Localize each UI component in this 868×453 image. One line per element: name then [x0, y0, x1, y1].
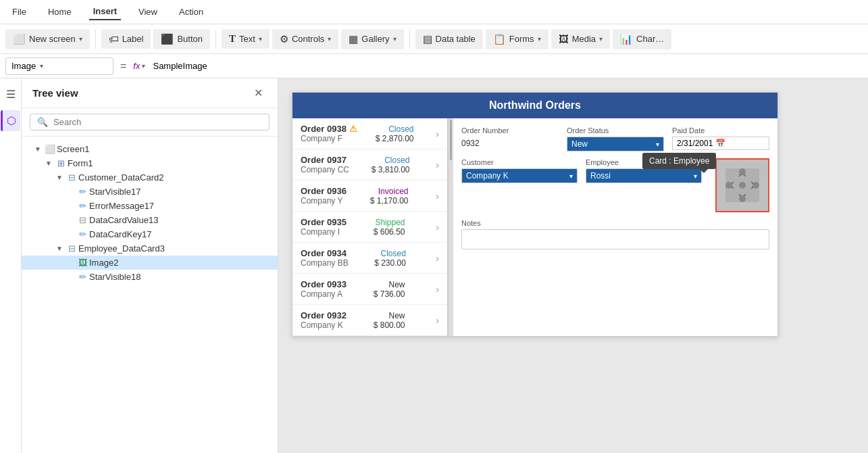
forms-button[interactable]: 📋 Forms ▾ — [486, 29, 548, 49]
order-item-0934[interactable]: Order 0934 Company BB Closed $ 230.00 › — [292, 243, 447, 274]
label-icon: 🏷 — [109, 33, 119, 45]
formula-input[interactable] — [149, 59, 863, 72]
order-num-0932: Order 0932 — [301, 310, 347, 320]
label-button[interactable]: 🏷 Label — [101, 29, 151, 49]
tree-item-starvisible17[interactable]: ✏ StarVisible17 — [22, 185, 278, 199]
order-chevron-0937: › — [436, 160, 439, 170]
tree-toggle-screen1[interactable]: ▼ — [32, 145, 43, 153]
order-left-0938: Order 0938 ⚠ Company F — [301, 124, 357, 143]
tree-toggle-employee-card[interactable]: ▼ — [54, 245, 65, 252]
formula-equals: = — [118, 60, 129, 72]
order-item-0935[interactable]: Order 0935 Company I Shipped $ 606.50 › — [292, 212, 447, 243]
formula-selector[interactable]: Image ▾ — [5, 57, 113, 75]
tree-label-customer-datacard2: Customer_DataCard2 — [78, 172, 163, 183]
text-button[interactable]: T Text ▾ — [222, 29, 270, 49]
menu-insert[interactable]: Insert — [89, 3, 121, 20]
canvas-area[interactable]: Northwind Orders Order 0938 ⚠ — [278, 78, 868, 453]
employee-image-container: Card : Employee — [710, 158, 769, 212]
notes-input[interactable] — [461, 229, 769, 249]
tree-item-screen1[interactable]: ▼ ⬜ Screen1 — [22, 142, 278, 156]
order-company-0932: Company K — [301, 320, 347, 330]
employee-value: Rossi — [590, 171, 611, 181]
tree-item-datacardkey17[interactable]: ✏ DataCardKey17 — [22, 227, 278, 241]
tree-label-screen1: Screen1 — [57, 144, 89, 154]
tree-panel: Tree view ✕ 🔍 ▼ ⬜ Screen1 ▼ ⊞ — [22, 78, 278, 453]
order-item-0937[interactable]: Order 0937 Company CC Closed $ 3,810.00 … — [292, 149, 447, 181]
order-amount-0933: $ 736.00 — [374, 289, 405, 299]
menu-bar: File Home Insert View Action — [0, 0, 868, 24]
tree-close-button[interactable]: ✕ — [250, 85, 267, 101]
svg-point-5 — [739, 182, 746, 189]
new-screen-button[interactable]: ⬜ New screen ▾ — [5, 29, 90, 49]
toolbar-sep-3 — [409, 30, 410, 49]
hamburger-button[interactable]: ☰ — [2, 84, 20, 105]
order-status-0933: New — [388, 280, 405, 289]
menu-file[interactable]: File — [8, 4, 30, 20]
tree-item-starvisible18[interactable]: ✏ StarVisible18 — [22, 270, 278, 284]
order-status-label: Order Status — [567, 126, 664, 135]
order-company-0935: Company I — [301, 227, 347, 237]
order-detail: Order Number 0932 Order Status New ▾ Pai… — [453, 118, 777, 336]
media-button[interactable]: 🖼 Media ▾ — [551, 29, 610, 49]
search-input[interactable] — [53, 117, 262, 127]
paid-date-input[interactable]: 2/31/2001 📅 — [672, 137, 769, 150]
order-company-0933: Company A — [301, 289, 347, 299]
media-btn-label: Media — [572, 34, 596, 44]
order-item-0938[interactable]: Order 0938 ⚠ Company F Closed $ 2,870.00… — [292, 118, 447, 149]
tree-item-errormessage17[interactable]: ✏ ErrorMessage17 — [22, 199, 278, 213]
forms-chevron: ▾ — [538, 35, 541, 43]
tree-header: Tree view ✕ — [22, 78, 278, 108]
order-right-0938: Closed $ 2,870.00 — [376, 124, 414, 143]
order-list-wrapper: Order 0938 ⚠ Company F Closed $ 2,870.00… — [292, 118, 453, 336]
order-amount-0934: $ 230.00 — [374, 258, 406, 268]
tree-toggle-customer-card[interactable]: ▼ — [54, 174, 65, 181]
forms-icon: 📋 — [493, 33, 506, 45]
tree-item-image2[interactable]: 🖼 Image2 — [22, 256, 278, 270]
menu-home[interactable]: Home — [44, 4, 76, 20]
order-list-scrollbar[interactable] — [448, 118, 453, 336]
order-item-0932[interactable]: Order 0932 Company K New $ 800.00 › — [292, 305, 447, 336]
order-status-0938: Closed — [388, 124, 413, 134]
order-status-select[interactable]: New ▾ — [567, 137, 664, 151]
order-left-0933: Order 0933 Company A — [301, 279, 347, 299]
order-item-0936[interactable]: Order 0936 Company Y Invoiced $ 1,170.00… — [292, 181, 447, 212]
menu-action[interactable]: Action — [175, 4, 207, 20]
button-button[interactable]: ⬛ Button — [153, 29, 210, 49]
calendar-icon[interactable]: 📅 — [715, 139, 725, 148]
employee-select[interactable]: Rossi ▾ — [586, 168, 702, 183]
svg-point-9 — [739, 195, 746, 202]
order-num-0938: Order 0938 ⚠ — [301, 124, 357, 134]
tree-item-employee-datacard3[interactable]: ▼ ⊟ Employee_DataCard3 — [22, 241, 278, 256]
layers-button[interactable]: ⬡ — [1, 110, 20, 131]
app-title: Northwind Orders — [489, 99, 581, 111]
menu-view[interactable]: View — [134, 4, 161, 20]
scrollbar-thumb[interactable] — [450, 120, 452, 160]
paid-date-field: Paid Date 2/31/2001 📅 — [672, 126, 769, 151]
sidebar-toggle-panel: ☰ ⬡ — [0, 78, 22, 453]
tooltip-text: Card : Employee — [649, 156, 709, 166]
image-control[interactable] — [715, 158, 769, 212]
order-chevron-0935: › — [436, 222, 439, 233]
tree-search-area: 🔍 — [22, 108, 278, 137]
order-status-0936: Invoiced — [378, 187, 409, 196]
toolbar-sep-1 — [95, 30, 96, 49]
tree-item-form1[interactable]: ▼ ⊞ Form1 — [22, 156, 278, 170]
toolbar: ⬜ New screen ▾ 🏷 Label ⬛ Button T Text ▾… — [0, 24, 868, 54]
tree-toggle-form1[interactable]: ▼ — [43, 160, 54, 167]
formula-fx: fx ▾ — [133, 61, 145, 71]
search-icon: 🔍 — [37, 117, 48, 127]
tree-label-datacardvalue13: DataCardValue13 — [89, 215, 158, 225]
tree-item-customer-datacard2[interactable]: ▼ ⊟ Customer_DataCard2 — [22, 170, 278, 185]
chart-button[interactable]: 📊 Char… — [613, 29, 671, 49]
order-number-field: Order Number 0932 — [461, 126, 559, 151]
image-move-icon — [722, 165, 763, 206]
order-item-0933[interactable]: Order 0933 Company A New $ 736.00 › — [292, 274, 447, 305]
customer-select[interactable]: Company K ▾ — [461, 168, 578, 183]
data-table-button[interactable]: ▤ Data table — [415, 29, 483, 49]
formula-bar: Image ▾ = fx ▾ — [0, 54, 868, 78]
gallery-button[interactable]: ▦ Gallery ▾ — [341, 29, 403, 49]
controls-button[interactable]: ⚙ Controls ▾ — [272, 29, 338, 49]
tree-label-image2: Image2 — [89, 258, 118, 268]
tree-item-datacardvalue13[interactable]: ⊟ DataCardValue13 — [22, 213, 278, 227]
screen-icon: ⬜ — [43, 144, 57, 154]
